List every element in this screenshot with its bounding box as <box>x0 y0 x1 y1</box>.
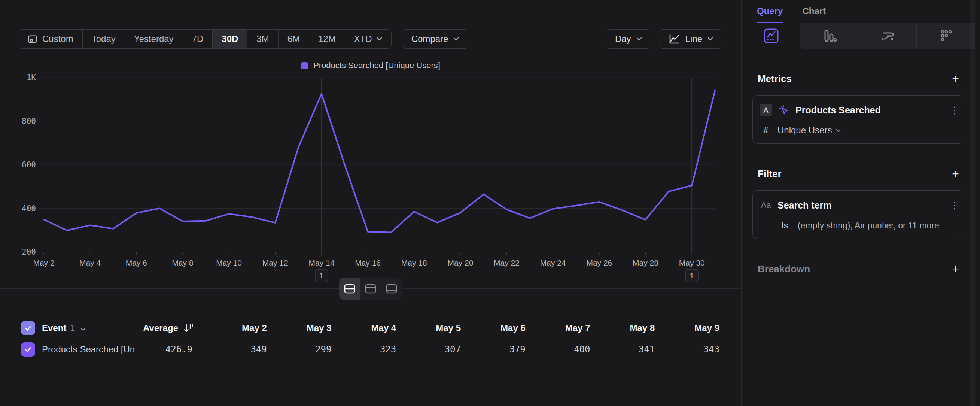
x-axis-label-may-8: May 8 <box>172 258 193 267</box>
table-row[interactable]: Products Searched [Un... 426.9 349299323… <box>0 339 741 360</box>
tab-query[interactable]: Query <box>757 6 783 23</box>
column-header-may-2[interactable]: May 2 <box>202 323 267 333</box>
row-checkbox[interactable] <box>21 342 35 357</box>
series-row-label: Products Searched [Un... <box>42 344 135 355</box>
cell-may-3: 299 <box>267 344 332 355</box>
kebab-menu-icon[interactable]: ⋮ <box>950 107 957 113</box>
filter-operator: Is <box>781 221 788 231</box>
column-header-may-7[interactable]: May 7 <box>525 323 590 333</box>
table-header-row: Event 1 Average <box>0 318 741 339</box>
filter-value: (empty string), Air purifier, or 11 more <box>798 221 939 231</box>
cell-may-5: 307 <box>396 344 461 355</box>
date-columns-values: 349299323307379400341343 <box>202 344 741 355</box>
cell-may-7: 400 <box>525 344 590 355</box>
x-axis-label-may-26: May 26 <box>586 258 612 267</box>
report-tab-funnels[interactable] <box>800 23 858 49</box>
add-metric-button[interactable]: + <box>952 73 959 84</box>
column-header-may-3[interactable]: May 3 <box>267 323 332 333</box>
panel-tabs: Query Chart <box>742 0 975 23</box>
report-main-area: CustomTodayYesterday7D30D3M6M12MXTD Comp… <box>0 0 741 406</box>
view-toggle-group <box>339 278 402 299</box>
column-header-may-8[interactable]: May 8 <box>590 323 655 333</box>
series-line-products-searched-unique-users- <box>44 91 715 232</box>
chevron-down-icon <box>81 328 86 331</box>
view-toggle-chart-only[interactable] <box>360 278 381 299</box>
table-row-left: Products Searched [Un... 426.9 <box>0 342 202 357</box>
add-breakdown-button[interactable]: + <box>952 263 959 275</box>
y-axis-label-200: 200 <box>22 248 36 256</box>
x-axis-label-may-30: May 30 <box>679 258 705 267</box>
breakdown-title: Breakdown <box>758 263 810 275</box>
select-all-checkbox[interactable] <box>21 321 35 335</box>
date-columns-header: May 2May 3May 4May 5May 6May 7May 8May 9 <box>202 323 741 333</box>
cell-may-8: 341 <box>590 344 655 355</box>
report-tab-flows[interactable] <box>858 23 916 49</box>
filter-clause: Is (empty string), Air purifier, or 11 m… <box>781 221 939 231</box>
aggregation-selector[interactable]: Unique Users <box>778 125 841 135</box>
filter-card[interactable]: Aa Search term ⋮ Is (empty string), Air … <box>752 190 964 239</box>
filter-section-header: Filter + <box>752 168 964 180</box>
report-tab-retention[interactable] <box>916 23 975 49</box>
event-column-header[interactable]: Event 1 <box>42 323 86 333</box>
metric-aggregation-row[interactable]: # Unique Users <box>753 121 964 140</box>
panel-body: Metrics + A Products Searched ⋮ <box>742 73 975 275</box>
add-filter-button[interactable]: + <box>952 168 959 180</box>
x-axis-label-may-2: May 2 <box>33 258 54 267</box>
event-icon <box>778 104 790 116</box>
y-axis-label-400: 400 <box>22 204 36 213</box>
filter-row: Aa Search term ⋮ <box>753 194 964 216</box>
chevron-down-icon <box>835 129 841 132</box>
report-type-tabs <box>742 23 975 49</box>
x-axis-label-may-24: May 24 <box>540 258 566 267</box>
y-axis-label-600: 600 <box>22 160 36 169</box>
metric-row: A Products Searched ⋮ <box>753 99 964 121</box>
flows-icon <box>879 27 896 45</box>
view-toggle-table-only[interactable] <box>381 278 402 299</box>
y-axis-label-1K: 1K <box>27 73 36 82</box>
panel-scrollbar[interactable] <box>969 0 975 406</box>
report-tab-insights[interactable] <box>742 23 800 49</box>
x-axis-label-may-22: May 22 <box>494 258 520 267</box>
column-header-may-6[interactable]: May 6 <box>461 323 525 333</box>
filter-property-name: Search term <box>778 200 832 211</box>
view-toggle-split-view[interactable] <box>339 278 360 299</box>
column-header-may-5[interactable]: May 5 <box>396 323 461 333</box>
breakdown-section-header: Breakdown + <box>752 263 964 275</box>
cell-may-2: 349 <box>202 344 267 355</box>
metric-card[interactable]: A Products Searched ⋮ # <box>752 95 964 144</box>
x-axis-label-may-18: May 18 <box>401 258 427 267</box>
insights-icon <box>762 27 780 45</box>
x-axis-label-may-12: May 12 <box>262 258 288 267</box>
metric-letter-badge: A <box>759 104 772 116</box>
table-header-left: Event 1 Average <box>0 321 202 335</box>
event-label: Event <box>42 323 66 333</box>
column-header-may-9[interactable]: May 9 <box>655 323 719 333</box>
average-column-header[interactable]: Average <box>143 322 202 334</box>
scrollbar-tab-band <box>969 23 975 49</box>
x-axis-label-may-14: May 14 <box>309 258 334 267</box>
table-only-icon <box>385 283 398 295</box>
split-view-icon <box>343 283 356 295</box>
average-value: 426.9 <box>165 344 202 355</box>
cell-may-6: 379 <box>461 344 525 355</box>
kebab-menu-icon[interactable]: ⋮ <box>950 202 957 208</box>
average-label: Average <box>143 323 178 333</box>
cell-may-9: 343 <box>655 344 719 355</box>
filter-clause-row[interactable]: Is (empty string), Air purifier, or 11 m… <box>753 216 964 235</box>
query-panel: Query Chart <box>742 0 975 406</box>
table-column-separator <box>202 339 202 368</box>
chart-only-icon <box>364 283 377 295</box>
string-type-icon: Aa <box>759 201 772 210</box>
filter-title: Filter <box>758 168 782 180</box>
number-icon: # <box>759 126 772 135</box>
column-header-may-4[interactable]: May 4 <box>332 323 396 333</box>
tab-chart[interactable]: Chart <box>802 6 826 23</box>
x-axis-label-may-28: May 28 <box>633 258 659 267</box>
event-count: 1 <box>70 323 75 333</box>
x-axis-label-may-6: May 6 <box>126 258 147 267</box>
y-axis-label-800: 800 <box>22 117 36 126</box>
retention-icon <box>937 27 955 45</box>
results-table: Event 1 Average <box>0 318 741 360</box>
x-axis-label-may-20: May 20 <box>447 258 473 267</box>
line-chart[interactable]: 1K800600400200May 2May 4May 6May 8May 10… <box>0 36 741 298</box>
